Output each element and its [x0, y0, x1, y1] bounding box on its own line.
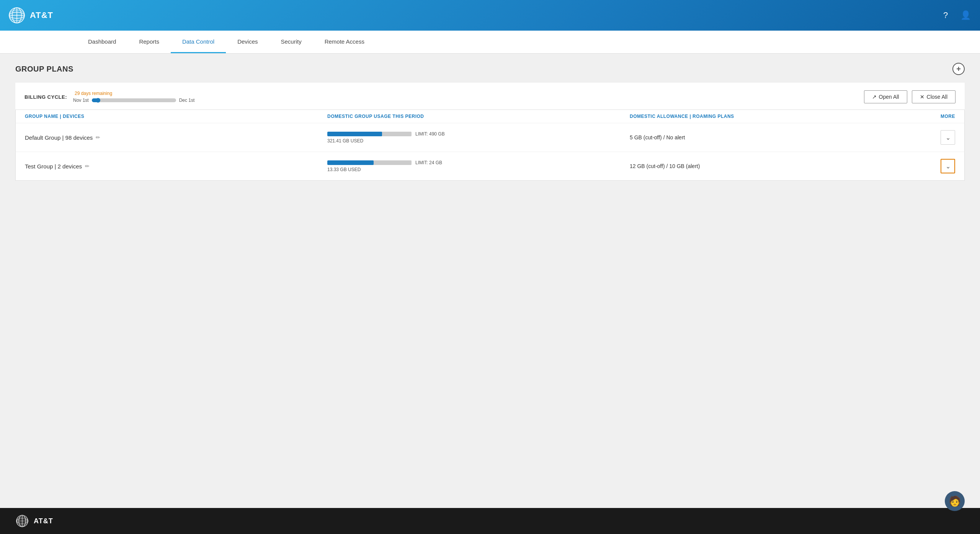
help-icon: ?	[943, 10, 948, 20]
expand-test-group-button[interactable]: ⌄	[941, 159, 955, 173]
billing-area: BILLING CYCLE: 29 days remaining Nov 1st…	[15, 83, 965, 109]
usage-cell-default: LIMIT: 490 GB 321.41 GB USED	[327, 131, 630, 144]
footer-globe-icon	[15, 514, 29, 528]
footer-logo-text: AT&T	[34, 517, 53, 525]
chevron-down-icon: ⌄	[946, 163, 951, 170]
close-all-label: Close All	[927, 94, 947, 100]
col-header-allowance: DOMESTIC ALLOWANCE | ROAMING PLANS	[630, 114, 932, 119]
nav-label-reports: Reports	[139, 38, 159, 45]
usage-bar-container: LIMIT: 490 GB	[327, 131, 630, 137]
usage-bar-fill	[327, 132, 382, 136]
billing-label: BILLING CYCLE:	[24, 94, 67, 100]
usage-limit: LIMIT: 490 GB	[415, 131, 445, 137]
usage-bar-bg	[327, 160, 412, 165]
page-title: GROUP PLANS	[15, 65, 74, 73]
close-all-icon: ✕	[920, 94, 924, 100]
group-name-text: Test Group | 2 devices	[25, 163, 82, 170]
billing-left: BILLING CYCLE: 29 days remaining Nov 1st…	[24, 91, 194, 103]
nav-item-reports[interactable]: Reports	[127, 31, 171, 53]
usage-bar-fill	[327, 160, 374, 165]
billing-actions: ↗ Open All ✕ Close All	[864, 90, 956, 103]
open-all-button[interactable]: ↗ Open All	[864, 90, 907, 103]
nav-label-devices: Devices	[237, 38, 258, 45]
allowance-cell-default: 5 GB (cut-off) / No alert	[630, 134, 932, 140]
close-all-button[interactable]: ✕ Close All	[912, 90, 956, 103]
edit-group-icon[interactable]: ✏	[96, 134, 100, 140]
chat-icon: 🧑	[949, 495, 961, 507]
user-button[interactable]: 👤	[959, 8, 972, 22]
usage-bar-container: LIMIT: 24 GB	[327, 160, 630, 165]
logo-text: AT&T	[30, 10, 53, 20]
header: AT&T ? 👤	[0, 0, 980, 31]
expand-default-group-button[interactable]: ⌄	[941, 130, 955, 145]
add-group-button[interactable]: +	[952, 63, 965, 75]
nav-label-remote-access: Remote Access	[325, 38, 364, 45]
nav-item-dashboard[interactable]: Dashboard	[77, 31, 127, 53]
group-name-text: Default Group | 98 devices	[25, 134, 93, 141]
start-date: Nov 1st	[73, 98, 89, 103]
nav-item-remote-access[interactable]: Remote Access	[313, 31, 376, 53]
open-all-icon: ↗	[872, 94, 877, 100]
nav-label-security: Security	[281, 38, 302, 45]
footer: AT&T	[0, 508, 980, 534]
header-icons: ? 👤	[939, 8, 972, 22]
billing-row: BILLING CYCLE: 29 days remaining Nov 1st…	[24, 90, 956, 103]
col-header-group-name: GROUP NAME | DEVICES	[25, 114, 327, 119]
usage-bar-bg	[327, 132, 412, 136]
nav-item-devices[interactable]: Devices	[226, 31, 269, 53]
att-globe-icon	[8, 6, 26, 24]
table-row: Default Group | 98 devices ✏ LIMIT: 490 …	[16, 123, 964, 152]
billing-progress-bar	[92, 98, 176, 102]
col-header-usage: DOMESTIC GROUP USAGE THIS PERIOD	[327, 114, 630, 119]
days-remaining: 29 days remaining	[75, 91, 112, 96]
chat-button[interactable]: 🧑	[945, 491, 965, 511]
table-row: Test Group | 2 devices ✏ LIMIT: 24 GB 13…	[16, 152, 964, 180]
group-name-test: Test Group | 2 devices ✏	[25, 163, 327, 170]
nav-bar: Dashboard Reports Data Control Devices S…	[0, 31, 980, 54]
allowance-cell-test: 12 GB (cut-off) / 10 GB (alert)	[630, 163, 932, 169]
usage-amount: 321.41 GB USED	[327, 138, 630, 144]
usage-cell-test: LIMIT: 24 GB 13.33 GB USED	[327, 160, 630, 172]
col-header-more: MORE	[932, 114, 955, 119]
billing-progress-container: 29 days remaining Nov 1st Dec 1st	[73, 91, 194, 103]
progress-track: Nov 1st Dec 1st	[73, 98, 194, 103]
edit-group-icon[interactable]: ✏	[85, 163, 90, 169]
section-header: GROUP PLANS +	[15, 63, 965, 75]
billing-progress-fill	[92, 98, 99, 102]
chevron-down-icon: ⌄	[946, 134, 951, 141]
help-button[interactable]: ?	[939, 8, 952, 22]
usage-amount: 13.33 GB USED	[327, 167, 630, 172]
logo-area: AT&T	[8, 6, 77, 24]
main-content: GROUP PLANS + BILLING CYCLE: 29 days rem…	[0, 54, 980, 508]
user-icon: 👤	[960, 10, 971, 20]
nav-label-data-control: Data Control	[182, 38, 214, 45]
nav-item-security[interactable]: Security	[270, 31, 313, 53]
usage-limit: LIMIT: 24 GB	[415, 160, 442, 165]
group-plans-table: GROUP NAME | DEVICES DOMESTIC GROUP USAG…	[15, 109, 965, 181]
group-name-default: Default Group | 98 devices ✏	[25, 134, 327, 141]
open-all-label: Open All	[879, 94, 899, 100]
end-date: Dec 1st	[179, 98, 195, 103]
nav-label-dashboard: Dashboard	[88, 38, 116, 45]
table-header: GROUP NAME | DEVICES DOMESTIC GROUP USAG…	[16, 110, 964, 123]
nav-item-data-control[interactable]: Data Control	[171, 31, 226, 53]
